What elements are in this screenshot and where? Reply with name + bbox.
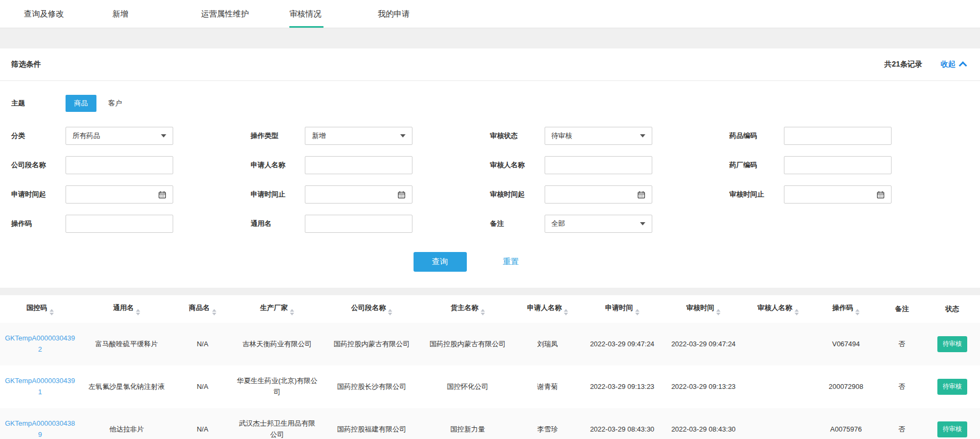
- filter-actions: 查询 重置: [0, 233, 945, 288]
- cell-auditor: [743, 408, 813, 439]
- column-header: 备注: [879, 295, 925, 323]
- textfield-操作码: [66, 215, 173, 233]
- tab-label: 新增: [112, 0, 131, 28]
- sort-icon[interactable]: [635, 309, 639, 315]
- select-操作类型[interactable]: 新增: [305, 127, 412, 145]
- tab-item[interactable]: 审核情况: [289, 0, 378, 28]
- gk-code-link[interactable]: GKTempA00000304389: [5, 419, 75, 438]
- column-header[interactable]: 申请时间: [581, 295, 663, 323]
- sort-icon[interactable]: [388, 309, 392, 315]
- column-header[interactable]: 操作码: [813, 295, 879, 323]
- gk-code-link[interactable]: GKTempA00000304391: [5, 377, 75, 396]
- column-label: 备注: [895, 305, 909, 313]
- textfield-通用名: [305, 215, 412, 233]
- column-label: 申请时间: [605, 304, 633, 312]
- column-header[interactable]: 生产厂家: [232, 295, 322, 323]
- cell-status: 待审核: [925, 323, 980, 365]
- collapse-toggle[interactable]: 收起: [941, 60, 965, 69]
- column-header[interactable]: 申请人名称: [514, 295, 581, 323]
- page: 查询及修改新增运营属性维护审核情况我的申请 筛选条件 共21条记录 收起 主题 …: [0, 0, 980, 439]
- status-badge[interactable]: 待审核: [937, 379, 967, 394]
- tab-item[interactable]: 查询及修改: [24, 0, 112, 28]
- status-badge[interactable]: 待审核: [937, 336, 967, 352]
- results-table: 国控码通用名商品名生产厂家公司段名称货主名称申请人名称申请时间审核时间审核人名称…: [0, 295, 980, 439]
- filter-field: 审核状态待审核: [490, 127, 730, 145]
- column-header[interactable]: 审核时间: [663, 295, 743, 323]
- date-input[interactable]: [305, 186, 401, 203]
- topic-row: 主题 商品客户: [11, 95, 969, 112]
- column-header[interactable]: 通用名: [80, 295, 173, 323]
- sort-icon[interactable]: [481, 309, 485, 315]
- column-header[interactable]: 公司段名称: [322, 295, 421, 323]
- query-button[interactable]: 查询: [414, 252, 467, 272]
- datefield-审核时间起: [545, 185, 652, 204]
- filter-field: 通用名: [250, 215, 490, 233]
- field-label: 药厂编码: [730, 160, 784, 170]
- sort-icon[interactable]: [564, 309, 568, 315]
- cell-remark: 否: [879, 365, 925, 408]
- filter-field: 申请时间起: [11, 185, 250, 204]
- sort-icon[interactable]: [136, 309, 140, 315]
- column-header[interactable]: 审核人名称: [743, 295, 813, 323]
- sort-icon[interactable]: [795, 309, 799, 315]
- cell-manufacturer: 华夏生生药业(北京)有限公司: [232, 365, 322, 408]
- cell-manufacturer: 吉林天衡药业有限公司: [232, 323, 322, 365]
- sort-icon[interactable]: [716, 309, 720, 315]
- column-header[interactable]: 货主名称: [421, 295, 514, 323]
- text-input[interactable]: [305, 215, 412, 232]
- topic-label: 主题: [11, 99, 66, 108]
- status-badge[interactable]: 待审核: [937, 421, 967, 437]
- sort-icon[interactable]: [290, 309, 294, 315]
- field-label: 申请人名称: [250, 160, 305, 170]
- date-input[interactable]: [66, 186, 162, 203]
- cell-applicant: 李雪珍: [514, 408, 581, 439]
- text-input[interactable]: [784, 127, 891, 144]
- column-label: 审核时间: [686, 304, 714, 312]
- date-input[interactable]: [545, 186, 641, 203]
- column-label: 国控码: [27, 304, 47, 312]
- topic-option[interactable]: 商品: [66, 95, 96, 112]
- filter-field: 审核人名称: [490, 156, 730, 174]
- cell-op_code: V067494: [813, 323, 879, 365]
- tab-item[interactable]: 运营属性维护: [201, 0, 289, 28]
- select-备注[interactable]: 全部: [545, 215, 652, 233]
- filter-field: 申请人名称: [250, 156, 490, 174]
- text-input[interactable]: [784, 157, 891, 174]
- table-row: GKTempA00000304389他达拉非片N/A武汉杰士邦卫生用品有限公司国…: [0, 408, 980, 439]
- tab-item[interactable]: 新增: [112, 0, 201, 28]
- select-分类[interactable]: 所有药品: [66, 127, 173, 145]
- tab-item[interactable]: 我的申请: [378, 0, 466, 28]
- sort-icon[interactable]: [212, 309, 216, 315]
- sort-icon[interactable]: [855, 309, 860, 315]
- gk-code-link[interactable]: GKTempA00000304392: [5, 334, 75, 353]
- chevron-down-icon: [161, 134, 166, 137]
- topic-option[interactable]: 客户: [100, 95, 131, 112]
- topic-options: 商品客户: [66, 95, 131, 112]
- select-value: 所有药品: [72, 131, 100, 141]
- column-header[interactable]: 国控码: [0, 295, 80, 323]
- tab-label: 我的申请: [378, 0, 412, 28]
- results-table-card: 国控码通用名商品名生产厂家公司段名称货主名称申请人名称申请时间审核时间审核人名称…: [0, 295, 980, 439]
- text-input[interactable]: [66, 215, 173, 232]
- cell-product_name: N/A: [173, 408, 232, 439]
- select-value: 全部: [552, 219, 565, 229]
- tab-label: 运营属性维护: [201, 0, 251, 28]
- column-label: 状态: [945, 305, 959, 313]
- reset-button[interactable]: 重置: [503, 257, 519, 267]
- sort-icon[interactable]: [50, 309, 54, 315]
- chevron-up-icon: [959, 61, 967, 70]
- select-审核状态[interactable]: 待审核: [545, 127, 652, 145]
- date-input[interactable]: [784, 186, 880, 203]
- text-input[interactable]: [66, 157, 173, 174]
- field-label: 药品编码: [730, 131, 784, 141]
- cell-audit_time: 2022-03-29 09:47:24: [663, 323, 743, 365]
- text-input[interactable]: [305, 157, 412, 174]
- column-label: 商品名: [189, 304, 210, 312]
- filter-field: 申请时间止: [250, 185, 490, 204]
- text-input[interactable]: [545, 157, 652, 174]
- field-label: 备注: [490, 219, 545, 229]
- column-header[interactable]: 商品名: [173, 295, 232, 323]
- filter-field: 公司段名称: [11, 156, 250, 174]
- cell-op_code: 200072908: [813, 365, 879, 408]
- filter-header: 筛选条件 共21条记录 收起: [0, 48, 980, 81]
